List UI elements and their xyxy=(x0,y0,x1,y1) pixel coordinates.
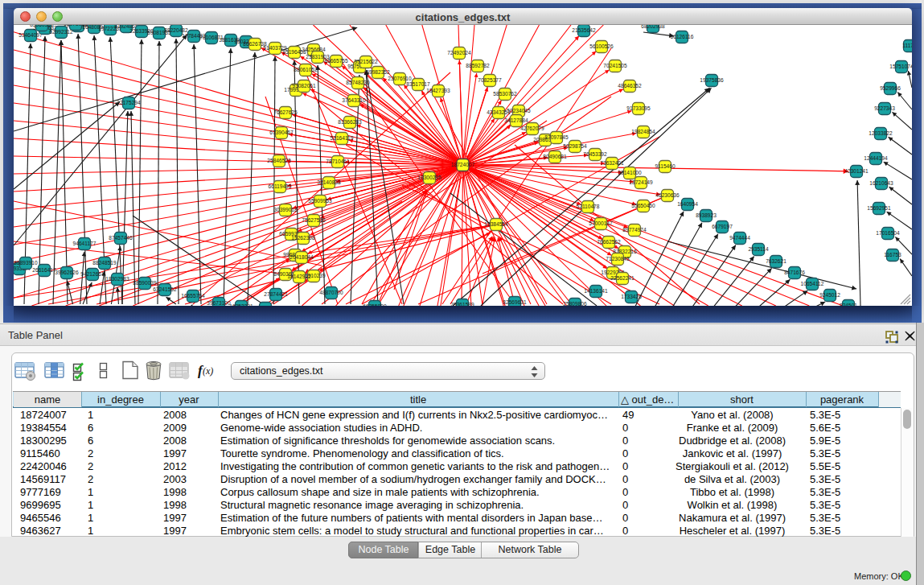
svg-text:19375836: 19375836 xyxy=(700,77,724,83)
svg-text:59982352: 59982352 xyxy=(366,69,390,75)
svg-text:34127884: 34127884 xyxy=(504,117,528,123)
svg-text:19384554: 19384554 xyxy=(484,221,508,227)
svg-text:42301241: 42301241 xyxy=(844,168,869,174)
svg-text:(x): (x) xyxy=(203,365,213,377)
svg-text:9529966: 9529966 xyxy=(880,85,901,91)
svg-text:19824854: 19824854 xyxy=(631,129,655,134)
svg-text:18302983: 18302983 xyxy=(105,276,129,282)
svg-text:21535642: 21535642 xyxy=(572,27,596,33)
svg-text:924501: 924501 xyxy=(840,303,857,306)
svg-text:91733095: 91733095 xyxy=(626,105,651,111)
svg-text:14136141: 14136141 xyxy=(584,288,608,294)
svg-text:88592782: 88592782 xyxy=(466,63,490,68)
svg-text:116753: 116753 xyxy=(884,252,901,257)
svg-text:48646352: 48646352 xyxy=(618,83,642,89)
svg-text:82569631: 82569631 xyxy=(503,299,527,305)
svg-text:17016504: 17016504 xyxy=(876,230,900,236)
svg-text:71230843: 71230843 xyxy=(606,256,630,262)
svg-text:52110478: 52110478 xyxy=(577,204,600,209)
svg-text:29361589: 29361589 xyxy=(450,302,474,306)
svg-text:52164119: 52164119 xyxy=(331,135,354,141)
svg-text:94212661: 94212661 xyxy=(80,271,105,277)
svg-text:18300295: 18300295 xyxy=(417,175,441,180)
svg-text:8938923: 8938923 xyxy=(696,212,717,218)
svg-text:56100526: 56100526 xyxy=(589,43,614,49)
svg-text:2935114: 2935114 xyxy=(748,246,769,252)
svg-text:81366283: 81366283 xyxy=(338,119,362,125)
svg-text:25809806: 25809806 xyxy=(563,301,587,306)
svg-text:27874421: 27874421 xyxy=(264,291,288,297)
svg-text:88220482: 88220482 xyxy=(164,27,188,33)
svg-text:18427393: 18427393 xyxy=(426,88,450,93)
svg-text:25846520: 25846520 xyxy=(267,158,291,163)
svg-text:68202938: 68202938 xyxy=(641,25,665,29)
svg-text:8471676: 8471676 xyxy=(784,270,805,275)
svg-text:22562241: 22562241 xyxy=(610,275,634,281)
svg-text:72492024: 72492024 xyxy=(447,50,471,56)
svg-text:6679197: 6679197 xyxy=(712,224,733,229)
svg-text:30399018: 30399018 xyxy=(273,207,298,212)
svg-text:12033822: 12033822 xyxy=(869,130,893,136)
svg-text:1640954: 1640954 xyxy=(677,201,698,207)
svg-text:62992312: 62992312 xyxy=(49,29,73,35)
svg-text:9474444: 9474444 xyxy=(729,235,750,241)
svg-text:67390467: 67390467 xyxy=(269,130,294,135)
svg-text:35215622: 35215622 xyxy=(354,59,378,64)
svg-text:15751074: 15751074 xyxy=(889,64,912,69)
svg-text:10654112: 10654112 xyxy=(801,281,824,286)
svg-text:94641177: 94641177 xyxy=(73,241,97,246)
svg-text:57000147: 57000147 xyxy=(589,220,613,226)
svg-text:50298754: 50298754 xyxy=(563,143,587,149)
svg-text:20418044: 20418044 xyxy=(290,254,314,260)
svg-text:89774974: 89774974 xyxy=(622,227,647,233)
svg-text:39962626: 39962626 xyxy=(55,270,79,275)
svg-text:58530762: 58530762 xyxy=(493,91,517,97)
svg-text:16655764: 16655764 xyxy=(181,293,205,299)
svg-text:16210643: 16210643 xyxy=(869,180,893,186)
svg-text:55909953: 55909953 xyxy=(308,198,332,204)
svg-text:9115460: 9115460 xyxy=(655,163,676,169)
svg-text:37643310: 37643310 xyxy=(342,97,366,103)
svg-text:1733426: 1733426 xyxy=(621,294,642,299)
svg-text:84714297: 84714297 xyxy=(253,305,277,306)
svg-text:70825377: 70825377 xyxy=(478,77,502,83)
svg-text:39673100: 39673100 xyxy=(207,300,231,306)
svg-text:83960310: 83960310 xyxy=(30,25,54,27)
svg-text:99141000: 99141000 xyxy=(618,170,642,175)
svg-text:26616417: 26616417 xyxy=(32,267,56,273)
svg-text:23076910: 23076910 xyxy=(388,76,412,81)
svg-text:42762079: 42762079 xyxy=(520,126,544,131)
svg-text:11170: 11170 xyxy=(902,43,912,48)
svg-text:48870700: 48870700 xyxy=(319,290,343,295)
svg-text:15692951: 15692951 xyxy=(867,205,891,211)
svg-text:66978001: 66978001 xyxy=(64,25,88,27)
svg-text:43343251: 43343251 xyxy=(487,109,511,115)
svg-text:55650450: 55650450 xyxy=(631,203,655,208)
svg-text:78710461: 78710461 xyxy=(326,159,350,164)
svg-text:85748230: 85748230 xyxy=(346,80,370,85)
svg-text:93082061: 93082061 xyxy=(292,83,316,89)
svg-text:88248519: 88248519 xyxy=(92,260,117,266)
svg-text:85893910: 85893910 xyxy=(14,260,38,266)
svg-text:32140838: 32140838 xyxy=(317,179,341,185)
svg-text:87097845: 87097845 xyxy=(544,134,569,140)
svg-text:66255890: 66255890 xyxy=(363,303,387,306)
svg-text:18724149: 18724149 xyxy=(629,179,653,185)
svg-text:66126116: 66126116 xyxy=(671,34,694,39)
svg-text:87457446: 87457446 xyxy=(109,235,133,241)
svg-text:88061052: 88061052 xyxy=(294,67,318,72)
svg-text:22175294: 22175294 xyxy=(117,100,141,105)
svg-text:83517017: 83517017 xyxy=(406,81,430,87)
svg-text:63241552: 63241552 xyxy=(153,286,177,292)
svg-text:86665755: 86665755 xyxy=(324,58,348,64)
svg-text:53464097: 53464097 xyxy=(18,32,43,38)
svg-text:15262308: 15262308 xyxy=(291,235,315,241)
svg-text:12444194: 12444194 xyxy=(864,155,888,161)
svg-text:9245012: 9245012 xyxy=(819,292,840,298)
svg-text:7632621: 7632621 xyxy=(766,258,786,264)
svg-text:46230636: 46230636 xyxy=(655,192,680,198)
svg-text:70241505: 70241505 xyxy=(603,63,627,68)
svg-text:66119495: 66119495 xyxy=(269,183,292,189)
svg-text:88590039: 88590039 xyxy=(133,280,157,286)
svg-text:76662562: 76662562 xyxy=(597,239,621,245)
